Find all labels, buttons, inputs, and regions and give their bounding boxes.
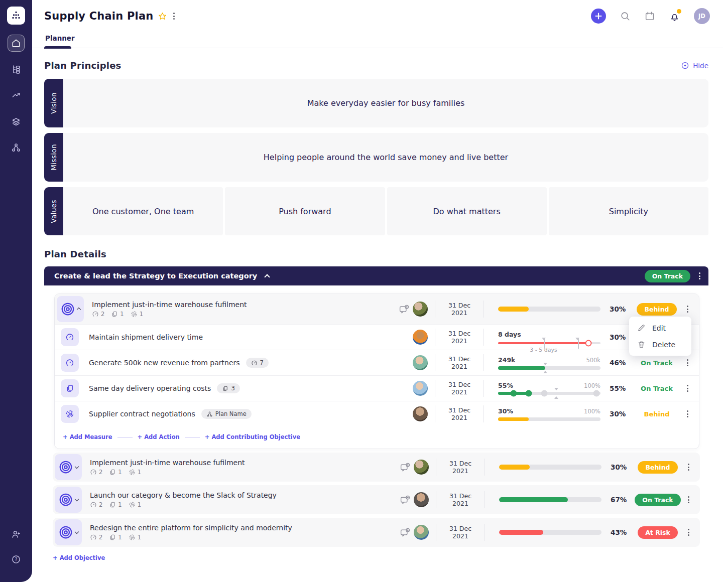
hide-principles-button[interactable]: Hide <box>681 61 708 70</box>
notifications-button[interactable] <box>669 11 680 22</box>
milestone-dot-pending[interactable] <box>541 390 547 397</box>
row-kebab-menu[interactable] <box>685 358 690 368</box>
group-status-badge: On Track <box>645 270 690 282</box>
row-kebab-menu[interactable] <box>686 495 691 505</box>
create-button[interactable] <box>591 9 606 24</box>
row-kebab-menu[interactable] <box>686 527 691 537</box>
status-badge[interactable]: Behind <box>637 303 676 316</box>
measure-row[interactable]: Same day delivery operating costs 3 31 D… <box>55 375 699 401</box>
due-date: 31 Dec 2021 <box>443 492 477 507</box>
objective-icon-box[interactable] <box>55 519 82 545</box>
status-text[interactable]: On Track <box>641 385 673 392</box>
sidebar-item-hierarchy[interactable] <box>8 61 25 78</box>
due-date: 31 Dec 2021 <box>442 302 476 317</box>
objective-icon-box[interactable] <box>55 454 82 480</box>
assignee-avatar[interactable] <box>413 355 428 370</box>
assignee-avatar[interactable] <box>413 302 428 317</box>
add-comment-button[interactable] <box>395 304 413 315</box>
copy-icon <box>109 469 116 476</box>
sidebar-item-home[interactable] <box>8 35 25 52</box>
objective-row[interactable]: Implement just-in-time warehouse fufilme… <box>55 294 699 324</box>
assignee-avatar[interactable] <box>413 381 428 396</box>
collapse-chevron-icon[interactable] <box>265 274 270 279</box>
sidebar-item-invite[interactable] <box>8 526 25 543</box>
assignee-avatar[interactable] <box>413 406 428 421</box>
add-comment-button[interactable] <box>396 527 414 538</box>
sidebar-item-trends[interactable] <box>8 87 25 104</box>
add-objective-link[interactable]: + Add Objective <box>53 554 105 561</box>
status-badge[interactable]: On Track <box>635 494 680 506</box>
objective-group-header[interactable]: Create & lead the Strategy to Execution … <box>44 266 708 285</box>
search-button[interactable] <box>620 11 631 22</box>
due-date: 31 Dec 2021 <box>443 460 477 475</box>
slider-handle[interactable] <box>585 340 591 346</box>
sidebar-item-help[interactable]: ? <box>8 551 25 568</box>
due-date: 31 Dec 2021 <box>443 525 477 540</box>
calendar-button[interactable] <box>644 11 655 22</box>
add-comment-button[interactable] <box>396 462 414 473</box>
chevron-down-icon[interactable] <box>75 497 79 501</box>
measure-row[interactable]: Maintain shipment delivery time 31 Dec 2… <box>55 324 699 350</box>
range-slider[interactable]: 8 days 3 - 5 days <box>498 331 600 344</box>
group-kebab-menu[interactable] <box>697 271 702 281</box>
measure-title: Maintain shipment delivery time <box>89 333 203 341</box>
copy-icon <box>222 385 228 392</box>
objective-icon-box[interactable] <box>57 296 84 322</box>
status-badge[interactable]: At Risk <box>638 526 678 539</box>
add-contributing-objective-link[interactable]: + Add Contributing Objective <box>205 433 300 440</box>
objective-card[interactable]: Launch our category & become the Slack o… <box>53 485 700 514</box>
milestone-dot-done[interactable] <box>526 390 532 397</box>
measure-icon-box <box>61 354 79 372</box>
objective-title: Implement just-in-time warehouse fufilme… <box>92 301 247 309</box>
measure-row[interactable]: Supplier contract negotiations Plan Name… <box>55 401 699 426</box>
row-kebab-menu[interactable] <box>685 304 690 314</box>
milestone-dot-pending[interactable] <box>593 390 599 397</box>
progress-percent: 30% <box>608 333 632 341</box>
progress-bar <box>499 465 601 470</box>
svg-text:?: ? <box>15 557 18 562</box>
measure-title: Supplier contract negotiations <box>89 410 195 418</box>
add-comment-button[interactable] <box>396 495 414 505</box>
objective-card[interactable]: Redesign the entire platform for simplic… <box>53 518 700 547</box>
objective-card[interactable]: Implement just-in-time warehouse fufilme… <box>53 453 700 482</box>
status-text[interactable]: On Track <box>641 359 673 367</box>
gauge-icon <box>65 358 74 367</box>
title-kebab-menu[interactable] <box>172 11 176 21</box>
milestone-dot-done[interactable] <box>510 390 517 397</box>
progress-percent: 46% <box>608 359 632 367</box>
progress-percent: 43% <box>609 528 633 536</box>
context-menu-delete[interactable]: Delete <box>629 336 691 353</box>
progress-percent: 67% <box>609 496 633 504</box>
chevron-down-icon[interactable] <box>75 464 79 468</box>
measure-row[interactable]: Generate 500k new revenue from partners … <box>55 350 699 375</box>
row-kebab-menu[interactable] <box>685 383 690 393</box>
linked-measures-badge[interactable]: 7 <box>246 358 269 368</box>
add-measure-link[interactable]: + Add Measure <box>63 433 112 440</box>
bullseye-icon <box>58 492 73 507</box>
assignee-avatar[interactable] <box>414 492 429 507</box>
chevron-down-icon[interactable] <box>75 529 79 533</box>
plan-name-badge[interactable]: Plan Name <box>201 409 252 419</box>
row-kebab-menu[interactable] <box>685 409 690 419</box>
linked-actions-badge[interactable]: 3 <box>217 383 239 393</box>
assignee-avatar[interactable] <box>414 525 429 540</box>
status-badge[interactable]: Behind <box>638 461 677 474</box>
objective-icon-box[interactable] <box>55 487 82 513</box>
user-avatar[interactable]: JD <box>694 8 710 24</box>
favorite-star-icon[interactable] <box>158 12 167 21</box>
tab-planner[interactable]: Planner <box>44 34 76 48</box>
sidebar-item-network[interactable] <box>8 139 25 156</box>
add-action-link[interactable]: + Add Action <box>138 433 180 440</box>
gauge-icon <box>90 469 97 476</box>
measure-icon-box <box>61 328 79 346</box>
chevron-up-icon[interactable] <box>77 308 81 312</box>
spiral-target-icon <box>129 534 136 541</box>
status-text[interactable]: Behind <box>644 410 670 418</box>
assignee-avatar[interactable] <box>414 460 429 475</box>
group-title: Create & lead the Strategy to Execution … <box>54 272 257 280</box>
row-kebab-menu[interactable] <box>686 462 691 472</box>
assignee-avatar[interactable] <box>413 330 428 345</box>
app-logo[interactable] <box>7 7 25 25</box>
sidebar-item-layers[interactable] <box>8 113 25 130</box>
context-menu-edit[interactable]: Edit <box>629 320 691 336</box>
